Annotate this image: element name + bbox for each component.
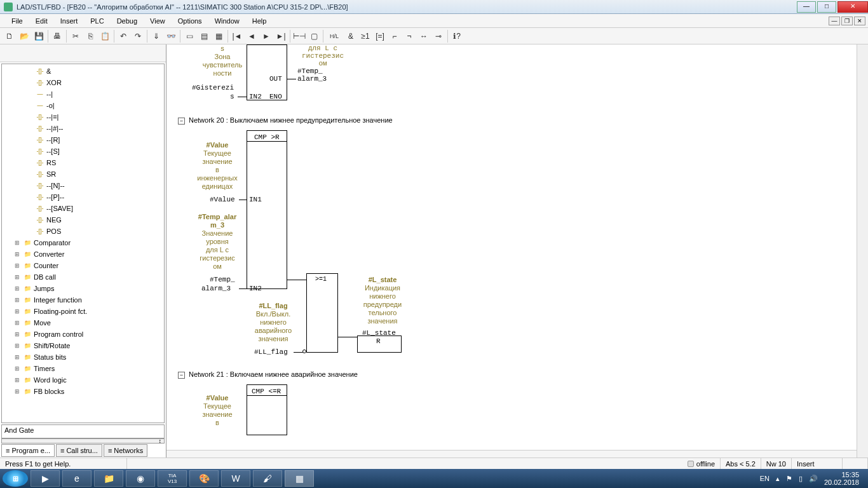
menu-window[interactable]: Window: [208, 16, 246, 26]
tree-item[interactable]: -[]---[SAVE]: [2, 203, 164, 214]
taskbar-paint-icon[interactable]: 🖌: [253, 470, 282, 487]
menu-debug[interactable]: Debug: [111, 16, 144, 26]
detail-icon[interactable]: ▦: [212, 29, 226, 43]
tree-item[interactable]: -[]-POS: [2, 226, 164, 237]
nav-next-icon[interactable]: ►: [259, 29, 273, 43]
taskbar-tia-icon[interactable]: TIAV13: [158, 470, 187, 487]
tree-folder[interactable]: ⊞📁Shift/Rotate: [2, 340, 164, 351]
tray-net-icon[interactable]: ▯: [799, 475, 803, 483]
maximize-button[interactable]: □: [817, 1, 836, 13]
print-icon[interactable]: 🖶: [50, 29, 64, 43]
network-header[interactable]: −Network 21 : Включаем нижнее аварийное …: [178, 370, 358, 379]
tree-item[interactable]: -[]-RS: [2, 157, 164, 168]
menu-plc[interactable]: PLC: [84, 16, 110, 26]
doc-close-button[interactable]: ✕: [854, 17, 865, 25]
nav-last-icon[interactable]: ►|: [274, 29, 288, 43]
tree-item[interactable]: -[]-NEG: [2, 214, 164, 226]
menu-options[interactable]: Options: [172, 16, 208, 26]
tab-call-structure[interactable]: ≡Call stru...: [56, 444, 102, 457]
network-header[interactable]: −Network 20 : Выключаем нижнее предупред…: [178, 116, 393, 125]
or-icon[interactable]: ≥1: [358, 29, 372, 43]
tree-folder[interactable]: ⊞📁DB call: [2, 271, 164, 283]
taskbar-ie-icon[interactable]: e: [62, 470, 92, 487]
tree-folder[interactable]: ⊞📁Program control: [2, 329, 164, 340]
nav-prev-icon[interactable]: ◄: [245, 29, 259, 43]
tree-folder[interactable]: ⊞📁Floating-point fct.: [2, 306, 164, 317]
horizontal-scrollbar[interactable]: [166, 450, 857, 458]
menu-insert[interactable]: Insert: [54, 16, 85, 26]
menu-help[interactable]: Help: [246, 16, 273, 26]
tray-clock[interactable]: 15:35 20.02.2018: [824, 471, 859, 486]
tree-item[interactable]: -[]-&: [2, 65, 164, 77]
new-icon[interactable]: 🗋: [3, 29, 17, 43]
box-icon[interactable]: ▢: [307, 29, 321, 43]
tree-folder[interactable]: ⊞📁FB blocks: [2, 386, 164, 397]
branch-open-icon[interactable]: ⌐: [388, 29, 402, 43]
tree-item[interactable]: —--|: [2, 88, 164, 100]
paste-icon[interactable]: 📋: [98, 29, 112, 43]
menu-file[interactable]: File: [5, 16, 29, 26]
taskbar-explorer-icon[interactable]: 📁: [94, 470, 123, 487]
panel-drag-handle[interactable]: ↕: [1, 438, 165, 444]
vertical-scrollbar[interactable]: [857, 44, 868, 458]
doc-minimize-button[interactable]: —: [829, 17, 840, 25]
and-icon[interactable]: &: [344, 29, 358, 43]
tree-folder[interactable]: ⊞📁Integer function: [2, 294, 164, 306]
tree-folder[interactable]: ⊞📁Timers: [2, 363, 164, 374]
tray-lang[interactable]: EN: [760, 475, 770, 482]
branch-close-icon[interactable]: ¬: [402, 29, 416, 43]
cut-icon[interactable]: ✂: [69, 29, 83, 43]
menu-edit[interactable]: Edit: [29, 16, 54, 26]
contact-open-icon[interactable]: ⊢⊣: [292, 29, 306, 43]
tree-item[interactable]: -[]---[S]: [2, 146, 164, 157]
tree-folder[interactable]: ⊞📁Move: [2, 317, 164, 329]
tree-folder[interactable]: ⊞📁Jumps: [2, 283, 164, 294]
tree-item[interactable]: -[]---|#|--: [2, 123, 164, 134]
connector-icon[interactable]: ↔: [417, 29, 431, 43]
assign-icon[interactable]: [=]: [373, 29, 387, 43]
tree-item[interactable]: -[]---[P]--: [2, 191, 164, 203]
taskbar-media-icon[interactable]: ▶: [31, 470, 60, 487]
tree-item[interactable]: -[]---|=|: [2, 111, 164, 123]
help-icon[interactable]: ℹ?: [450, 29, 464, 43]
fbd-icon[interactable]: H/L: [325, 29, 343, 43]
download-icon[interactable]: ⇓: [149, 29, 163, 43]
monitor-icon[interactable]: 👓: [164, 29, 178, 43]
element-tree[interactable]: -[]-&-[]-XOR—--|—-o|-[]---|=|-[]---|#|--…: [1, 64, 165, 423]
tree-item[interactable]: -[]-SR: [2, 168, 164, 180]
collapse-icon[interactable]: −: [178, 118, 185, 125]
tree-folder[interactable]: ⊞📁Converter: [2, 248, 164, 260]
tab-program-elements[interactable]: ≡Program e...: [1, 444, 55, 457]
tree-folder[interactable]: ⊞📁Status bits: [2, 351, 164, 363]
tray-up-icon[interactable]: ▴: [776, 475, 780, 483]
tray-flag-icon[interactable]: ⚑: [786, 475, 792, 483]
tray-vol-icon[interactable]: 🔊: [809, 475, 818, 483]
collapse-icon[interactable]: −: [178, 372, 185, 379]
minimize-button[interactable]: —: [797, 1, 816, 13]
tree-item[interactable]: -[]---[R]: [2, 134, 164, 146]
taskbar-chrome-icon[interactable]: ◉: [126, 470, 155, 487]
catalog-icon[interactable]: ▤: [197, 29, 211, 43]
workspace[interactable]: sЗона чувствитель ности #Gisterezi s IN2…: [166, 44, 857, 458]
undo-icon[interactable]: ↶: [116, 29, 130, 43]
taskbar-word-icon[interactable]: W: [221, 470, 250, 487]
nav-first-icon[interactable]: |◄: [230, 29, 244, 43]
tree-item[interactable]: -[]-XOR: [2, 77, 164, 88]
redo-icon[interactable]: ↷: [131, 29, 145, 43]
start-button[interactable]: ⊞: [3, 470, 28, 487]
tab-networks[interactable]: ≡Networks: [104, 444, 147, 457]
doc-restore-button[interactable]: ❐: [841, 17, 853, 25]
tree-item[interactable]: -[]---[N]--: [2, 180, 164, 191]
taskbar-step7-icon[interactable]: ▦: [285, 470, 314, 487]
tree-folder[interactable]: ⊞📁Word logic: [2, 374, 164, 386]
menu-view[interactable]: View: [144, 16, 172, 26]
taskbar-app1-icon[interactable]: 🎨: [189, 470, 219, 487]
tree-folder[interactable]: ⊞📁Counter: [2, 260, 164, 271]
close-button[interactable]: ✕: [837, 1, 868, 13]
save-icon[interactable]: 💾: [32, 29, 46, 43]
neg-icon[interactable]: ⊸: [431, 29, 445, 43]
open-icon[interactable]: 📂: [17, 29, 31, 43]
tree-item[interactable]: —-o|: [2, 100, 164, 111]
tree-folder[interactable]: ⊞📁Comparator: [2, 237, 164, 248]
copy-icon[interactable]: ⎘: [83, 29, 97, 43]
